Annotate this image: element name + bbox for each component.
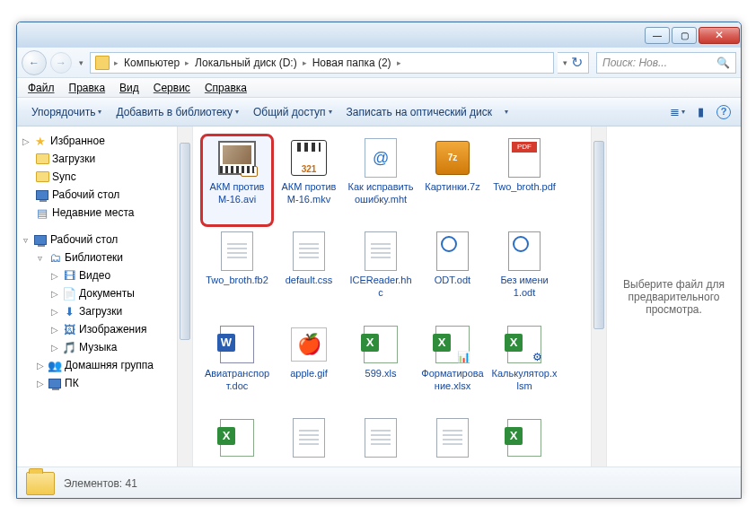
chevron-right-icon[interactable]: ▸: [183, 58, 191, 67]
chevron-right-icon[interactable]: ▸: [395, 58, 403, 67]
crumb-computer[interactable]: Компьютер: [120, 57, 183, 69]
menu-tools[interactable]: Сервис: [146, 80, 198, 96]
tree-downloads[interactable]: Загрузки: [52, 153, 95, 165]
file-item[interactable]: [418, 415, 488, 467]
file-item[interactable]: [274, 415, 344, 467]
tree-scrollbar[interactable]: [177, 126, 192, 467]
mkv-icon: 321: [287, 137, 330, 179]
change-view-button[interactable]: ≣▾: [667, 102, 687, 122]
folder-icon: [35, 170, 49, 184]
search-input[interactable]: Поиск: Нов... 🔍: [596, 52, 736, 74]
organize-button[interactable]: Упорядочить▾: [24, 102, 109, 122]
tree-recent[interactable]: Недавние места: [52, 206, 134, 219]
collapse-icon[interactable]: ▷: [49, 307, 59, 317]
pictures-icon: 🖼: [62, 322, 76, 336]
tree-desktop[interactable]: Рабочий стол: [52, 188, 119, 201]
file-item[interactable]: Two_broth.pdf: [489, 135, 559, 225]
forward-button[interactable]: →: [50, 52, 72, 74]
crumb-drive-d[interactable]: Локальный диск (D:): [191, 57, 301, 69]
file-item[interactable]: default.css: [274, 229, 344, 318]
file-item[interactable]: Как исправить ошибку.mht: [346, 135, 416, 225]
odt-icon: [503, 231, 546, 272]
file-item[interactable]: 599.xls: [346, 322, 416, 412]
file-item[interactable]: Two_broth.fb2: [202, 229, 272, 318]
file-list[interactable]: 321АКМ против М-16.avi321АКМ против М-16…: [193, 126, 606, 467]
collapse-icon[interactable]: ▷: [35, 361, 45, 371]
computer-icon: [48, 376, 62, 390]
menu-edit[interactable]: Правка: [62, 80, 113, 96]
word-icon: [215, 324, 259, 365]
collapse-icon[interactable]: ▷: [35, 379, 45, 388]
libraries-icon: 🗂: [48, 250, 62, 265]
tree-pictures[interactable]: Изображения: [79, 323, 146, 336]
file-item[interactable]: ⚙Калькулятор.xlsm: [489, 322, 559, 412]
menu-file[interactable]: Файл: [21, 80, 62, 96]
file-item[interactable]: 321АКМ против М-16.mkv: [274, 135, 344, 225]
files-scrollbar[interactable]: [591, 126, 606, 467]
chevron-right-icon[interactable]: ▸: [301, 58, 309, 67]
xls-icon: ⚙: [503, 324, 546, 365]
history-dropdown[interactable]: ▾: [75, 58, 86, 67]
crumb-folder[interactable]: Новая папка (2): [309, 57, 395, 69]
tree-video[interactable]: Видео: [79, 269, 110, 282]
file-item[interactable]: 📊Форматирование.xlsx: [418, 322, 488, 412]
tree-favorites[interactable]: Избранное: [50, 135, 105, 147]
file-name: Форматирование.xlsx: [419, 368, 486, 393]
tree-sync[interactable]: Sync: [52, 170, 76, 183]
command-bar: Упорядочить▾ Добавить в библиотеку▾ Общи…: [17, 98, 741, 126]
expand-icon[interactable]: ▿: [35, 253, 45, 263]
file-name: apple.gif: [290, 368, 328, 380]
chevron-right-icon[interactable]: ▸: [112, 58, 120, 67]
file-item[interactable]: 🍎apple.gif: [274, 322, 344, 412]
file-name: ODT.odt: [435, 275, 470, 287]
file-item[interactable]: ICEReader.hhc: [346, 229, 416, 318]
back-button[interactable]: ←: [22, 50, 47, 75]
tree-desktop-root[interactable]: Рабочий стол: [50, 233, 118, 246]
tree-libraries[interactable]: Библиотеки: [65, 251, 123, 264]
menu-view[interactable]: Вид: [112, 80, 146, 96]
content-area: ▷★Избранное Загрузки Sync Рабочий стол ▤…: [17, 126, 741, 467]
file-item[interactable]: Без имени 1.odt: [489, 229, 559, 318]
expand-icon[interactable]: ▿: [21, 235, 31, 245]
menu-help[interactable]: Справка: [198, 80, 254, 96]
file-item[interactable]: 7zКартинки.7z: [418, 135, 488, 225]
navigation-tree[interactable]: ▷★Избранное Загрузки Sync Рабочий стол ▤…: [17, 126, 193, 467]
tree-pc[interactable]: ПК: [65, 377, 79, 389]
preview-pane-button[interactable]: ▮: [690, 102, 710, 122]
tree-homegroup[interactable]: Домашняя группа: [65, 359, 154, 371]
overflow-button[interactable]: ▾: [499, 108, 514, 116]
file-item[interactable]: [202, 415, 272, 467]
tree-music[interactable]: Музыка: [79, 341, 117, 353]
favorites-icon: ★: [33, 134, 48, 148]
breadcrumb[interactable]: ▸ Компьютер ▸ Локальный диск (D:) ▸ Нова…: [90, 52, 554, 74]
refresh-button[interactable]: ↻: [571, 54, 583, 71]
share-button[interactable]: Общий доступ▾: [246, 102, 339, 122]
desktop-icon: [35, 188, 49, 202]
collapse-icon[interactable]: ▷: [49, 343, 59, 353]
file-item[interactable]: [346, 415, 416, 467]
minimize-button[interactable]: —: [645, 27, 670, 44]
tree-downloads-lib[interactable]: Загрузки: [79, 305, 122, 318]
collapse-icon[interactable]: ▷: [49, 289, 59, 299]
file-item[interactable]: [489, 415, 559, 467]
file-item[interactable]: Авиатранспорт.doc: [202, 322, 272, 412]
collapse-icon[interactable]: ▷: [49, 325, 59, 335]
file-name: Калькулятор.xlsm: [491, 368, 558, 393]
file-item[interactable]: ODT.odt: [418, 229, 488, 318]
collapse-icon[interactable]: ▷: [49, 271, 59, 281]
maximize-button[interactable]: ▢: [672, 27, 697, 44]
burn-button[interactable]: Записать на оптический диск: [339, 102, 500, 122]
tree-documents[interactable]: Документы: [79, 287, 135, 300]
add-to-library-button[interactable]: Добавить в библиотеку▾: [109, 102, 246, 122]
file-name: default.css: [286, 275, 333, 287]
help-button[interactable]: ?: [714, 102, 734, 122]
recent-icon: ▤: [35, 205, 49, 220]
doc-icon: [431, 417, 474, 458]
file-item[interactable]: 321АКМ против М-16.avi: [202, 135, 272, 225]
folder-icon: [26, 472, 55, 495]
collapse-icon[interactable]: ▷: [21, 136, 31, 146]
doc-icon: [359, 231, 402, 272]
dropdown-icon[interactable]: ▾: [563, 58, 567, 67]
close-button[interactable]: ✕: [699, 27, 740, 44]
search-icon[interactable]: 🔍: [716, 57, 730, 69]
